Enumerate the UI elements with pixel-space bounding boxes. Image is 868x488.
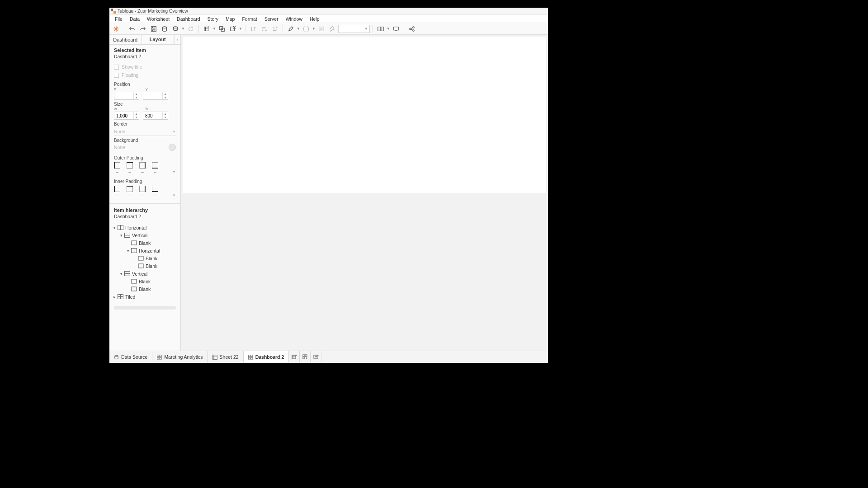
menu-window[interactable]: Window xyxy=(282,15,306,23)
tree-toggle-icon[interactable]: ▸ xyxy=(111,295,118,299)
chevron-down-icon[interactable]: ▼ xyxy=(172,170,176,174)
save-button[interactable] xyxy=(149,24,159,33)
fit-dropdown[interactable]: ▼ xyxy=(338,25,370,33)
stepper-down-icon[interactable]: ▼ xyxy=(162,116,168,120)
tree-toggle-icon[interactable]: ▾ xyxy=(125,249,131,253)
pause-auto-updates-button[interactable] xyxy=(170,24,180,33)
padding-bottom-icon[interactable] xyxy=(152,162,158,169)
hierarchy-row[interactable]: ▾Vertical xyxy=(111,270,179,277)
new-data-source-button[interactable] xyxy=(160,24,170,33)
duplicate-button[interactable] xyxy=(217,24,227,33)
hierarchy-row[interactable]: Blank xyxy=(111,277,179,285)
presentation-mode-button[interactable] xyxy=(391,24,401,33)
undo-button[interactable] xyxy=(127,24,137,33)
stepper-up-icon[interactable]: ▲ xyxy=(133,112,139,116)
group-button[interactable] xyxy=(301,24,311,33)
worksheet-icon xyxy=(212,355,217,360)
new-story-tab-button[interactable] xyxy=(311,351,321,363)
redo-button[interactable] xyxy=(138,24,148,33)
show-labels-button[interactable] xyxy=(316,24,326,33)
dropdown-caret-icon[interactable]: ▼ xyxy=(239,27,242,31)
sheet-tab[interactable]: Dashboard 2 xyxy=(244,351,289,363)
hierarchy-row[interactable]: ▾Horizontal xyxy=(111,224,179,231)
new-worksheet-tab-button[interactable] xyxy=(289,351,300,363)
show-title-checkbox[interactable]: Show title xyxy=(109,63,180,71)
position-x-input[interactable] xyxy=(114,94,132,99)
tableau-logo-icon xyxy=(111,9,116,14)
stepper-up-icon[interactable]: ▲ xyxy=(133,92,139,96)
refresh-button[interactable] xyxy=(186,24,196,33)
tableau-start-icon[interactable] xyxy=(111,24,121,33)
stepper-up-icon[interactable]: ▲ xyxy=(162,112,168,116)
position-y-field[interactable]: ▲▼ xyxy=(143,92,168,100)
clear-button[interactable] xyxy=(228,24,238,33)
pin-button[interactable] xyxy=(327,24,337,33)
hierarchy-row[interactable]: Blank xyxy=(111,262,179,270)
scrollbar-track[interactable] xyxy=(114,306,176,310)
dropdown-caret-icon[interactable]: ▼ xyxy=(387,27,390,31)
size-h-field[interactable]: ▲▼ xyxy=(143,112,168,120)
sheet-tab[interactable]: Sheet 22 xyxy=(208,351,244,363)
hierarchy-row[interactable]: ▸Tiled xyxy=(111,293,179,300)
menu-data[interactable]: Data xyxy=(126,15,143,23)
hierarchy-row[interactable]: Blank xyxy=(111,254,179,262)
data-source-tab[interactable]: Data Source xyxy=(109,351,152,363)
swap-button[interactable] xyxy=(248,24,258,33)
show-cards-button[interactable] xyxy=(376,24,386,33)
menu-map[interactable]: Map xyxy=(222,15,238,23)
highlight-button[interactable] xyxy=(286,24,296,33)
hierarchy-row[interactable]: Blank xyxy=(111,239,179,247)
border-dropdown[interactable]: None ▼ xyxy=(114,127,176,136)
dropdown-caret-icon[interactable]: ▼ xyxy=(212,27,216,31)
menu-story[interactable]: Story xyxy=(203,15,222,23)
padding-top-icon[interactable] xyxy=(127,186,133,192)
dropdown-caret-icon[interactable]: ▼ xyxy=(312,27,316,31)
padding-left-icon[interactable] xyxy=(114,186,120,192)
size-h-input[interactable] xyxy=(143,113,161,118)
tree-toggle-icon[interactable]: ▾ xyxy=(118,272,124,276)
position-x-field[interactable]: ▲▼ xyxy=(114,92,139,100)
toolbar-separator xyxy=(198,25,199,33)
size-w-field[interactable]: ▲▼ xyxy=(114,112,139,120)
svg-rect-0 xyxy=(151,26,156,31)
floating-checkbox[interactable]: Floating xyxy=(109,71,180,79)
menu-file[interactable]: File xyxy=(111,15,126,23)
padding-right-icon[interactable] xyxy=(139,186,146,192)
sort-asc-button[interactable] xyxy=(259,24,269,33)
dropdown-caret-icon[interactable]: ▼ xyxy=(297,27,300,31)
background-color-swatch[interactable] xyxy=(169,144,176,151)
stepper-down-icon[interactable]: ▼ xyxy=(133,96,139,100)
tree-toggle-icon[interactable]: ▾ xyxy=(111,225,118,230)
padding-right-icon[interactable] xyxy=(139,162,146,169)
position-y-input[interactable] xyxy=(143,94,161,99)
padding-top-icon[interactable] xyxy=(127,162,133,169)
pane-collapse-toggle[interactable]: ▫ xyxy=(174,35,180,44)
dropdown-caret-icon[interactable]: ▼ xyxy=(181,27,185,31)
selected-item-heading: Selected item xyxy=(114,47,176,53)
menu-format[interactable]: Format xyxy=(238,15,260,23)
stepper-down-icon[interactable]: ▼ xyxy=(133,116,139,120)
hierarchy-row[interactable]: Blank xyxy=(111,285,179,293)
sort-desc-button[interactable] xyxy=(270,24,280,33)
padding-bottom-icon[interactable] xyxy=(152,186,158,192)
stepper-down-icon[interactable]: ▼ xyxy=(162,96,168,100)
new-dashboard-tab-button[interactable] xyxy=(300,351,311,363)
tree-toggle-icon[interactable]: ▾ xyxy=(118,233,124,238)
tab-dashboard[interactable]: Dashboard xyxy=(109,35,142,44)
menu-worksheet[interactable]: Worksheet xyxy=(143,15,173,23)
hierarchy-row[interactable]: ▾Vertical xyxy=(111,231,179,239)
hierarchy-row[interactable]: ▾Horizontal xyxy=(111,247,179,254)
menu-dashboard[interactable]: Dashboard xyxy=(173,15,203,23)
share-button[interactable] xyxy=(407,24,417,33)
menu-help[interactable]: Help xyxy=(306,15,323,23)
menu-server[interactable]: Server xyxy=(261,15,282,23)
tab-layout[interactable]: Layout xyxy=(142,35,175,44)
pane-divider xyxy=(109,203,180,204)
chevron-down-icon[interactable]: ▼ xyxy=(172,193,176,197)
dashboard-canvas[interactable] xyxy=(183,37,546,193)
size-w-input[interactable] xyxy=(114,113,132,118)
sheet-tab[interactable]: Mareting Analytics xyxy=(152,351,208,363)
stepper-up-icon[interactable]: ▲ xyxy=(162,92,168,96)
padding-left-icon[interactable] xyxy=(114,162,120,169)
new-worksheet-button[interactable] xyxy=(202,24,212,33)
